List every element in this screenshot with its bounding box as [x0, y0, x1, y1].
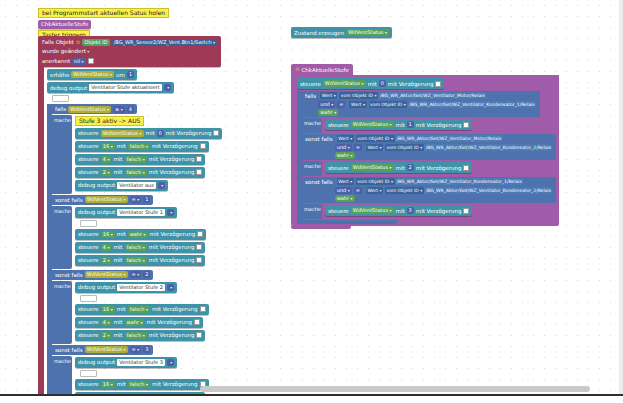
und-dropdown[interactable]: und — [335, 144, 352, 151]
und-dropdown[interactable]: und — [335, 187, 352, 194]
set-state-block[interactable]: steuere 2 mit falsch mit Verzögerung — [75, 167, 205, 178]
number-pill[interactable]: 3 — [143, 346, 150, 353]
delay-checkbox[interactable] — [196, 332, 202, 338]
horizontal-scrollbar[interactable] — [200, 386, 590, 392]
comment-start[interactable]: bei Programmstart aktuellen Satus holen — [38, 8, 169, 18]
debug-text-field[interactable]: Ventilator Stufe 1 — [117, 209, 165, 216]
trigger-block[interactable]: Falls Objekt ⚙ Objekt ID /BG_WR_Sensor2/… — [38, 36, 222, 403]
object-id-text[interactable]: /BG_WR_Aktor/Get/WZ_Ventilator_Kondensat… — [426, 187, 551, 194]
set-state-block[interactable]: steuere 16 mit falsch mit Verzögerung — [75, 304, 209, 315]
get-value-block[interactable]: Wert vom Objekt ID /BG_WR_Aktor/Get/WZ_V… — [335, 178, 524, 185]
value-dropdown[interactable]: falsch — [128, 381, 150, 388]
object-id-text[interactable]: /BG_WR_Aktor/Get/WZ_Ventilator_Motor/Rel… — [397, 135, 502, 142]
object-pill[interactable]: 16 — [101, 381, 115, 388]
object-id-text[interactable]: /BG_WR_Aktor/Get/WZ_Ventilator_Kondensat… — [426, 144, 551, 151]
delay-checkbox[interactable] — [196, 257, 202, 263]
variable-pill[interactable]: WdVentStatus — [85, 346, 128, 353]
delay-checkbox[interactable] — [463, 165, 469, 171]
blockly-workspace[interactable]: bei Programmstart aktuellen Satus holen … — [0, 0, 623, 403]
wert-dropdown[interactable]: Wert — [349, 101, 366, 108]
set-state-block[interactable]: steuere WdVentStatus mit 0 mit Verzögeru… — [75, 128, 222, 139]
function-block[interactable]: ⚙ ChkAktuelleStufe steuere WdVentStatus … — [291, 64, 559, 229]
debug-block[interactable]: debug output Ventilator Stufe 1 — [75, 207, 177, 218]
procedure-call-block[interactable]: ChkAktuelleStufe — [38, 20, 91, 29]
operator-dropdown[interactable]: = — [130, 346, 142, 353]
object-id-field[interactable]: /BG_WR_Sensor2/WZ_Vent.Btn1/Switch — [112, 39, 218, 46]
variable-pill[interactable]: WdVentStatus — [323, 80, 366, 87]
operator-dropdown[interactable]: = — [130, 271, 142, 278]
value-dropdown[interactable]: falsch — [128, 143, 150, 150]
object-pill[interactable]: 16 — [101, 231, 115, 238]
wahr-dropdown[interactable]: wahr — [335, 195, 355, 202]
value-dropdown[interactable]: falsch — [125, 332, 147, 339]
debug-text-field[interactable]: Ventilator Stufe 2 — [117, 284, 165, 291]
value-dropdown[interactable]: falsch — [125, 156, 147, 163]
set-state-block[interactable]: steuere WdVentStatus mit 2 mit Verzögeru… — [325, 162, 472, 173]
delay-checkbox[interactable] — [463, 122, 469, 128]
wert-dropdown[interactable]: Wert — [366, 187, 383, 194]
vom-objekt-id-dropdown[interactable]: vom Objekt ID — [356, 135, 395, 142]
set-state-block[interactable]: steuere 16 mit wahr mit Verzögerung — [75, 229, 206, 240]
object-id-text[interactable]: /BG_WR_Aktor/Get/WZ_Ventilator_Kondensat… — [397, 178, 522, 185]
set-state-block[interactable]: steuere 16 mit falsch mit Verzögerung — [75, 141, 209, 152]
trigger-header[interactable]: Falls Objekt ⚙ Objekt ID /BG_WR_Sensor2/… — [38, 36, 221, 67]
value-dropdown[interactable]: wahr — [125, 319, 145, 326]
vom-objekt-id-dropdown[interactable]: vom Objekt ID — [369, 101, 408, 108]
set-state-block[interactable]: steuere 2 mit falsch mit Verzögerung — [75, 255, 205, 266]
object-id-text[interactable]: /BG_WR_Aktor/Get/WZ_Ventilator_Kondensat… — [409, 101, 534, 108]
trigger-mode-dropdown[interactable]: wurde geändert — [42, 47, 89, 56]
number-pill[interactable]: 0 — [379, 80, 386, 87]
wahr-dropdown[interactable]: wahr — [318, 109, 338, 116]
elseif-row[interactable]: sonst falls WdVentStatus = 3 — [52, 345, 153, 355]
object-pill[interactable]: 2 — [101, 332, 112, 339]
debug-block[interactable]: debug output Ventilator aus — [75, 180, 168, 191]
elseif-row[interactable]: sonst falls WdVentStatus = 2 — [52, 270, 153, 280]
if-block[interactable]: falls WdVentStatus ≥ 4 mache Stufe 3 akt… — [47, 104, 222, 403]
number-pill[interactable]: 1 — [143, 196, 150, 203]
elseif-row[interactable]: sonst falls Wert vom Objekt ID /BG_WR_Ak… — [302, 177, 556, 203]
eq-operator[interactable]: = — [354, 187, 362, 194]
eq-operator[interactable]: = — [337, 101, 345, 108]
debug-block[interactable]: debug output Ventilator Stufe 2 — [75, 282, 177, 293]
set-state-block[interactable]: steuere WdVentStatus mit 1 mit Verzögeru… — [325, 119, 472, 130]
empty-field[interactable] — [52, 95, 69, 102]
if-row[interactable]: falls WdVentStatus ≥ 4 — [52, 104, 137, 114]
delay-checkbox[interactable] — [194, 319, 200, 325]
elseif-row[interactable]: sonst falls Wert vom Objekt ID /BG_WR_Ak… — [302, 134, 556, 160]
object-pill[interactable]: 2 — [101, 257, 112, 264]
object-pill[interactable]: 4 — [101, 244, 112, 251]
vertical-scrollbar[interactable] — [619, 0, 623, 403]
set-state-block[interactable]: steuere WdVentStatus mit 3 mit Verzögeru… — [325, 205, 472, 216]
variable-pill[interactable]: WdVentStatus — [85, 196, 128, 203]
object-id-text[interactable]: /BG_WR_Aktor/Get/WZ_Ventilator_Motor/Rel… — [380, 92, 485, 99]
number-pill[interactable]: 1 — [127, 71, 134, 78]
get-value-block[interactable]: Wert vom Objekt ID /BG_WR_Aktor/Get/WZ_V… — [364, 187, 553, 194]
delay-checkbox[interactable] — [200, 143, 206, 149]
elseif-row[interactable]: sonst falls WdVentStatus = 1 — [52, 195, 153, 205]
wert-dropdown[interactable]: Wert — [320, 92, 337, 99]
object-pill[interactable]: 16 — [101, 143, 115, 150]
if-row[interactable]: falls Wert vom Objekt ID /BG_WR_Aktor/Ge… — [302, 91, 540, 117]
vom-objekt-id-dropdown[interactable]: vom Objekt ID — [385, 187, 424, 194]
debug-text-field[interactable]: Ventilator Stufe aktualisiert — [89, 84, 162, 91]
variable-pill[interactable]: WdVentStatus — [346, 29, 389, 36]
set-state-block[interactable]: steuere 4 mit wahr mit Verzögerung — [75, 317, 203, 328]
debug-text-field[interactable]: Ventilator Stufe 3 — [117, 359, 165, 366]
delay-checkbox[interactable] — [200, 306, 206, 312]
delay-checkbox[interactable] — [435, 81, 441, 87]
object-pill[interactable]: 2 — [101, 169, 112, 176]
variable-pill[interactable]: WdVentStatus — [101, 130, 144, 137]
debug-block[interactable]: debug output Ventilator Stufe aktualisie… — [47, 82, 174, 93]
number-pill[interactable]: 0 — [157, 130, 164, 137]
debug-block[interactable]: debug output Ventilator Stufe 3 — [75, 357, 177, 368]
create-state-block[interactable]: Zustand erzeugen WdVentStatus — [291, 27, 392, 38]
number-pill[interactable]: 1 — [407, 121, 414, 128]
vom-objekt-id-dropdown[interactable]: vom Objekt ID — [356, 178, 395, 185]
variable-pill[interactable]: WdVentStatus — [351, 207, 394, 214]
log-level-dropdown[interactable] — [167, 209, 175, 216]
set-state-block[interactable]: steuere 4 mit falsch mit Verzögerung — [75, 242, 205, 253]
ack-value-dropdown[interactable]: nil — [72, 58, 85, 65]
get-value-block[interactable]: Wert vom Objekt ID /BG_WR_Aktor/Get/WZ_V… — [347, 101, 536, 108]
delay-checkbox[interactable] — [196, 156, 202, 162]
function-header[interactable]: ⚙ ChkAktuelleStufe — [291, 64, 353, 75]
